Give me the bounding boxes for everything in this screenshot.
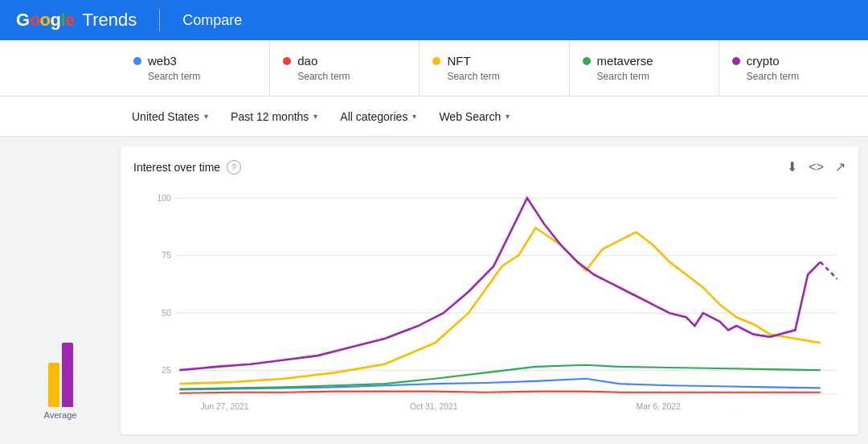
term-web3[interactable]: web3 Search term bbox=[121, 40, 270, 96]
line-crypto-dashed bbox=[821, 262, 837, 279]
terms-bar-spacer bbox=[0, 40, 121, 96]
term-label-crypto: crypto bbox=[747, 54, 780, 68]
main-content: Average Interest over time ? ⬇ <> ↗ 10 bbox=[0, 137, 868, 444]
trend-chart: 100 75 50 25 Jun 27, 2021 Oct 31, 2021 M… bbox=[133, 181, 845, 411]
average-label: Average bbox=[44, 410, 77, 420]
region-chevron-icon: ▾ bbox=[204, 112, 208, 121]
trends-label: Trends bbox=[78, 10, 137, 31]
term-dot-dao bbox=[283, 57, 291, 65]
chart-header-row: Interest over time ? ⬇ <> ↗ bbox=[133, 159, 845, 175]
term-type-web3: Search term bbox=[133, 71, 256, 82]
term-label-metaverse: metaverse bbox=[597, 54, 653, 68]
term-type-nft: Search term bbox=[432, 71, 555, 82]
y-label-50: 50 bbox=[162, 308, 171, 318]
term-metaverse[interactable]: metaverse Search term bbox=[570, 40, 719, 96]
term-label-dao: dao bbox=[297, 54, 317, 68]
term-type-metaverse: Search term bbox=[583, 71, 706, 82]
period-chevron-icon: ▾ bbox=[313, 112, 317, 121]
y-label-25: 25 bbox=[162, 365, 171, 375]
category-filter[interactable]: All categories ▾ bbox=[329, 97, 428, 136]
embed-icon[interactable]: <> bbox=[809, 160, 824, 175]
term-label-web3: web3 bbox=[148, 54, 177, 68]
average-bars-container bbox=[48, 343, 73, 407]
app-header: Google Trends Compare bbox=[0, 0, 868, 40]
term-label-nft: NFT bbox=[447, 54, 470, 68]
region-label: United States bbox=[132, 110, 199, 123]
x-label-jun: Jun 27, 2021 bbox=[200, 401, 248, 411]
y-label-75: 75 bbox=[162, 250, 171, 260]
term-dot-metaverse bbox=[583, 57, 591, 65]
share-icon[interactable]: ↗ bbox=[835, 159, 845, 175]
chart-title-left: Interest over time ? bbox=[133, 160, 241, 175]
filters-bar: United States ▾ Past 12 months ▾ All cat… bbox=[0, 97, 868, 137]
search-type-chevron-icon: ▾ bbox=[506, 112, 510, 121]
search-terms-bar: web3 Search term dao Search term NFT Sea… bbox=[0, 40, 868, 97]
google-logo-text: Google bbox=[16, 10, 75, 31]
google-trends-logo: Google Trends bbox=[16, 10, 137, 31]
period-label: Past 12 months bbox=[231, 110, 309, 123]
help-icon[interactable]: ? bbox=[227, 160, 241, 175]
chart-area: Interest over time ? ⬇ <> ↗ 100 75 50 25 bbox=[121, 146, 858, 434]
x-label-oct: Oct 31, 2021 bbox=[410, 401, 458, 411]
term-dot-web3 bbox=[133, 57, 141, 65]
line-metaverse bbox=[179, 365, 820, 389]
x-label-mar: Mar 6, 2022 bbox=[636, 401, 681, 411]
category-label: All categories bbox=[340, 110, 407, 123]
term-type-dao: Search term bbox=[283, 71, 406, 82]
y-label-100: 100 bbox=[158, 193, 172, 203]
left-sidebar: Average bbox=[0, 137, 121, 444]
page-title: Compare bbox=[182, 12, 242, 29]
term-dot-crypto bbox=[732, 57, 740, 65]
term-nft[interactable]: NFT Search term bbox=[420, 40, 569, 96]
term-dot-nft bbox=[432, 57, 440, 65]
download-icon[interactable]: ⬇ bbox=[787, 159, 797, 175]
avg-bar-crypto bbox=[62, 343, 73, 407]
search-type-filter[interactable]: Web Search ▾ bbox=[428, 97, 521, 136]
term-type-crypto: Search term bbox=[732, 71, 855, 82]
line-dao bbox=[179, 392, 820, 393]
term-dao[interactable]: dao Search term bbox=[270, 40, 420, 96]
term-crypto[interactable]: crypto Search term bbox=[719, 40, 868, 96]
period-filter[interactable]: Past 12 months ▾ bbox=[219, 97, 329, 136]
line-crypto bbox=[179, 198, 820, 370]
search-type-label: Web Search bbox=[439, 110, 501, 123]
header-divider bbox=[159, 9, 160, 31]
region-filter[interactable]: United States ▾ bbox=[121, 97, 219, 136]
chart-title: Interest over time bbox=[133, 161, 220, 174]
avg-bar-nft bbox=[48, 363, 59, 407]
chart-actions: ⬇ <> ↗ bbox=[787, 159, 845, 175]
category-chevron-icon: ▾ bbox=[412, 112, 416, 121]
